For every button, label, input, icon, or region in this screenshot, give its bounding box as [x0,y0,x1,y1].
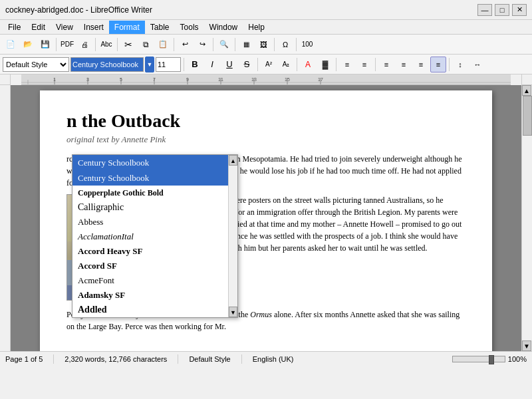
find-button[interactable]: 🔍 [216,37,232,53]
window-controls: — □ ✕ [477,4,527,16]
undo-button[interactable]: ↩ [177,37,193,53]
table-button[interactable]: ▦ [238,37,254,53]
font-dropdown-popup: Century Schoolbook Century Schoolbook Co… [72,154,238,318]
close-button[interactable]: ✕ [512,4,527,16]
char-map-button[interactable]: Ω [277,37,293,53]
font-list-item-century[interactable]: Century Schoolbook [72,171,237,186]
toolbar-separator-7 [274,38,275,51]
minimize-button[interactable]: — [477,4,492,16]
highlight-button[interactable]: ▓ [317,57,333,72]
bullets-button[interactable]: ≡ [356,57,372,72]
superscript-button[interactable]: A² [261,57,277,72]
font-name-input[interactable] [70,57,144,72]
popup-scroll-down[interactable]: ▼ [229,307,237,317]
numbering-button[interactable]: ≡ [339,57,355,72]
open-button[interactable]: 📂 [20,37,36,53]
zoom-button[interactable]: 100 [299,37,315,53]
scroll-down-arrow[interactable]: ▼ [522,340,531,351]
cut-button[interactable]: ✂ [120,37,136,53]
window-title: cockney-abridged.doc - LibreOffice Write… [5,5,152,15]
scroll-track[interactable] [522,96,532,340]
toolbar2-sep1 [184,58,184,71]
menu-view[interactable]: View [51,21,78,34]
zoom-slider[interactable] [452,356,505,362]
bold-button[interactable]: B [187,57,203,72]
print-button[interactable]: 🖨 [76,37,92,53]
font-list-item-adamsky[interactable]: Adamsky SF [72,288,237,303]
svg-text:5: 5 [120,77,122,82]
svg-text:3: 3 [86,77,89,82]
align-center-button[interactable]: ≡ [396,57,412,72]
maximize-button[interactable]: □ [495,4,509,16]
menu-tools[interactable]: Tools [175,21,204,34]
pdf-button[interactable]: PDF [59,37,75,53]
font-list-item-abbess[interactable]: Abbess [72,215,237,229]
popup-scroll-up[interactable]: ▲ [229,155,237,166]
status-zoom: 100% [508,355,527,363]
zoom-thumb[interactable] [489,355,494,364]
menu-help[interactable]: Help [243,21,270,34]
spell-button[interactable]: Abc [98,37,114,53]
font-list-item-addled[interactable]: Addled [72,303,237,317]
font-list-item-calligraphic[interactable]: Calligraphic [72,200,237,215]
ruler-container: 1 3 5 7 9 11 13 15 17 [0,74,532,85]
toolbar2-sep6 [449,58,450,71]
paragraph-2-text: There were posters on the street walls p… [210,196,462,253]
font-list-item-accord[interactable]: Accord SF [72,259,237,273]
ruler-corner [0,74,11,85]
save-button[interactable]: 💾 [37,37,53,53]
redo-button[interactable]: ↪ [194,37,210,53]
font-popup-selected: Century Schoolbook [72,155,237,171]
new-button[interactable]: 📄 [3,37,19,53]
menu-table[interactable]: Table [145,21,175,34]
menu-file[interactable]: File [3,21,26,34]
popup-scrollbar[interactable]: ▲ ▼ [228,155,237,317]
popup-scroll-track[interactable] [229,166,237,307]
underline-button[interactable]: U [221,57,237,72]
align-right-button[interactable]: ≡ [413,57,429,72]
image-button[interactable]: 🖼 [255,37,271,53]
scroll-thumb[interactable] [523,96,532,136]
align-justify-button[interactable]: ≡ [430,57,446,72]
vertical-scrollbar[interactable]: ▲ ▼ [521,85,532,351]
toolbar2-sep3 [297,58,297,71]
status-bar: Page 1 of 5 2,320 words, 12,766 characte… [0,351,532,366]
font-dropdown-arrow[interactable]: ▼ [145,57,154,72]
font-list-item-copperplate[interactable]: Copperplate Gothic Bold [72,186,237,200]
font-list-item-accord-heavy[interactable]: Accord Heavy SF [72,244,237,259]
italic-button[interactable]: I [204,57,220,72]
status-lang: English (UK) [253,355,294,363]
toolbar-separator-5 [213,38,213,51]
ruler-right-cap [521,74,532,85]
paragraph-style-dropdown[interactable]: Default Style [3,57,69,72]
status-page: Page 1 of 5 [5,355,43,363]
font-list-item-acclamation[interactable]: AcclamationItal [72,229,237,244]
paste-button[interactable]: 📋 [155,37,171,53]
ship-name-italic: Ormus [250,310,272,319]
character-spacing-button[interactable]: ↔ [469,57,485,72]
svg-text:1: 1 [53,77,56,82]
toolbar-separator-6 [235,38,235,51]
copy-button[interactable]: ⧉ [138,37,154,53]
paragraph-spacing-button[interactable]: ↕ [452,57,468,72]
menu-insert[interactable]: Insert [78,21,109,34]
toolbar2-sep2 [257,58,258,71]
svg-text:13: 13 [251,77,257,82]
toolbar-1: 📄 📂 💾 PDF 🖨 Abc ✂ ⧉ 📋 ↩ ↪ 🔍 ▦ 🖼 Ω 100 [0,35,532,55]
font-list: Century Schoolbook Copperplate Gothic Bo… [72,171,237,317]
align-left-button[interactable]: ≡ [378,57,394,72]
scroll-up-arrow[interactable]: ▲ [522,85,531,96]
menu-window[interactable]: Window [204,21,243,34]
subscript-button[interactable]: A₂ [278,57,294,72]
font-color-button[interactable]: A [300,57,316,72]
toolbar2-sep4 [336,58,336,71]
menu-format[interactable]: Format [109,21,145,34]
toolbar-2: Default Style ▼ B I U S A² A₂ A ▓ ≡ ≡ ≡ … [0,55,532,74]
toolbar-separator-4 [174,38,174,51]
menu-edit[interactable]: Edit [26,21,51,34]
strikethrough-button[interactable]: S [239,57,255,72]
font-size-input[interactable] [156,57,181,72]
title-bar: cockney-abridged.doc - LibreOffice Write… [0,0,532,20]
font-list-item-acme[interactable]: AcmeFont [72,273,237,288]
ruler-svg: 1 3 5 7 9 11 13 15 17 [21,74,511,85]
